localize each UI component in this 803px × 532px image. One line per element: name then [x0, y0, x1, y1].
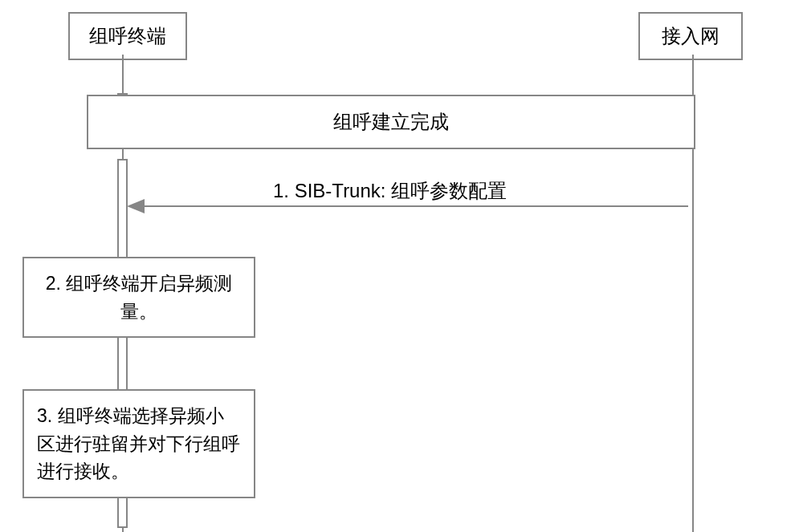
step-2-box: 2. 组呼终端开启异频测量。 — [22, 257, 255, 338]
message-1-label: 1. SIB-Trunk: 组呼参数配置 — [273, 178, 507, 204]
message-1-line — [142, 205, 688, 207]
participant-left: 组呼终端 — [68, 12, 187, 60]
arrow-left-icon — [127, 199, 145, 213]
combined-fragment: 组呼建立完成 — [87, 95, 695, 149]
participant-right: 接入网 — [638, 12, 743, 60]
step-3-box: 3. 组呼终端选择异频小区进行驻留并对下行组呼进行接收。 — [22, 389, 255, 498]
